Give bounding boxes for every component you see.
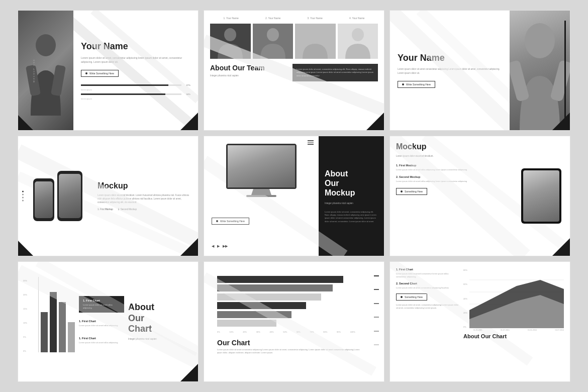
area-chart-svg — [469, 268, 564, 328]
chart-box-title: 1. First Chart — [83, 299, 120, 302]
slide-grid: MOCKUP ONE Your Name Lorem ipsum dolor s… — [18, 10, 570, 382]
bar-row-6 — [217, 320, 365, 327]
second-title: 2. Second Mockup — [396, 175, 514, 178]
bar-6 — [217, 320, 276, 327]
team-name-3: 3. Your Name — [308, 17, 323, 20]
team-photo-3 — [295, 24, 336, 59]
bar-1 — [217, 276, 343, 283]
first-title: 1. First Mockup — [396, 164, 514, 167]
mockup-text: Mockup Lorem ipsum dolor eiusmod tincidu… — [97, 181, 193, 211]
write-button[interactable]: Write Something Here — [81, 70, 119, 77]
chart-box-3: 1. First Chart Lorem ipsum dolor sit ame… — [79, 334, 124, 347]
x-axis: 0%10%20%30%40%50%60%70%80%90%100% — [217, 331, 365, 333]
monitor-screen — [226, 144, 297, 189]
svg-rect-13 — [510, 60, 530, 102]
right-column: 80%60%40%20%0% — [463, 268, 564, 375]
playback-controls: ◀ ▶ ▶▶ — [212, 244, 311, 248]
corner-decoration — [552, 113, 570, 130]
phone-2 — [57, 171, 82, 221]
bar-3 — [59, 302, 66, 352]
y-axis-labels: 80%60%40%20%0% — [463, 268, 469, 328]
something-button[interactable]: Something Here — [396, 293, 427, 301]
bar-row-4 — [217, 302, 365, 309]
mockup-desc: Lorem ipsum dolor eiusmod tincidunt. — [396, 154, 514, 158]
team-photo-2 — [253, 24, 293, 59]
about-subtitle: Integer pharetra nicsl sapien — [210, 74, 287, 78]
tablet-screen — [523, 170, 559, 222]
bar-3 — [217, 293, 321, 301]
second-chart-title: 2. Second Chart — [396, 282, 459, 285]
second-desc: Lorem ipsum dolor sit amet tallus adipis… — [396, 180, 514, 183]
svg-rect-14 — [550, 60, 570, 102]
y-axis: 25%20%15%10%5%0% — [23, 277, 34, 352]
about-left: About Our Team Integer pharetra nicsl sa… — [210, 64, 287, 81]
play-icon[interactable]: ▶ — [217, 244, 220, 248]
person-name: Your Name — [81, 41, 190, 52]
corner-decoration — [366, 113, 384, 130]
third-chart-desc: Lorem ipsum dolor sit amet tallus adipis… — [79, 341, 124, 344]
corner-decoration — [180, 364, 198, 381]
bar-row-2 — [217, 284, 365, 291]
bar-5 — [217, 311, 291, 318]
first-chart-desc: Lorem ipsum dolor eiusmod consectetur lo… — [396, 272, 459, 278]
monitor-stand — [251, 189, 271, 195]
phone-mockups — [33, 171, 93, 221]
monitor-mockup — [212, 144, 311, 197]
corner-decoration-bl — [18, 241, 33, 256]
team-name-2: 2. Your Name — [265, 17, 280, 20]
second-chart-desc: Lorem ipsum dolor sit amet consectetur a… — [396, 286, 459, 289]
team-photo-4 — [338, 24, 378, 59]
phone-1 — [33, 178, 54, 221]
slide-content: 25%20%15%10%5%0% 1. First Chart Lorem ip… — [23, 267, 193, 376]
dark-panel: AboutOurMockup Integer pharetra nicsl sa… — [319, 136, 384, 256]
monitor-base — [246, 195, 276, 197]
chart-box-1: 1. First Chart Lorem ipsum dolor sit ame… — [79, 296, 124, 312]
chart-area: 80%60%40%20%0% — [463, 268, 564, 328]
chart-title: Our Chart — [217, 339, 365, 347]
horizontal-bars: 0%10%20%30%40%50%60%70%80%90%100% Our Ch… — [210, 268, 378, 375]
slide-5: Write Something Here ◀ ▶ ▶▶ AboutOurMock… — [204, 136, 384, 256]
prog-label-2: lorem ipsum — [81, 97, 190, 100]
progress-pct-2: 84% — [183, 93, 190, 95]
person-name: Your Name — [398, 53, 502, 63]
bar-row-1 — [217, 276, 365, 283]
first-mockup-item: 1. First Mockup Lorem ipsum dolor sit am… — [396, 164, 514, 171]
mockup-desc: Lorem ipsum dolor eiusmod tincidunt. Lor… — [97, 193, 193, 205]
bar-4 — [68, 322, 75, 352]
progress-area: 87% lorem ipsum 84% lorem ipsum — [81, 84, 190, 100]
slide-6: Mockup Lorem ipsum dolor eiusmod tincidu… — [389, 136, 570, 256]
big-desc: Integer pharetra nicsl sapien — [325, 202, 378, 205]
chart-item-1: 1. First Chart Lorem ipsum dolor eiusmod… — [396, 268, 459, 289]
bar-2 — [217, 284, 333, 291]
mockup-title: Mockup — [396, 142, 514, 151]
svg-point-6 — [224, 28, 236, 41]
x-axis-labels: 01.01.201501.07.201501.01.201601.07.2016 — [463, 329, 564, 331]
area-chart-container — [469, 268, 564, 328]
bar-row-3 — [217, 293, 365, 301]
person-photo: MOCKUP ONE — [18, 11, 73, 130]
team-photos — [210, 24, 378, 59]
next-icon[interactable]: ▶▶ — [223, 244, 228, 248]
bar-chart — [38, 277, 75, 352]
chart-box-2: 1. First Chart Lorem ipsum dolor sit ame… — [79, 317, 124, 330]
monitor — [226, 144, 297, 197]
corner-decoration-bl — [18, 115, 33, 130]
bottom-desc: Lorem ipsum dolor sit amet, consectetur … — [396, 304, 459, 310]
about-section: About Our Team Integer pharetra nicsl sa… — [210, 64, 378, 81]
slide-content: Mockup Lorem ipsum dolor eiusmod tincidu… — [396, 142, 564, 250]
write-button[interactable]: Write Something Here — [398, 81, 435, 88]
tablet — [521, 168, 561, 224]
corner-decoration-br — [180, 238, 198, 256]
corner-decoration — [552, 238, 570, 256]
write-button[interactable]: Write Something Here — [212, 218, 249, 225]
team-photo-1 — [210, 24, 251, 59]
something-button[interactable]: Something Here — [396, 188, 427, 195]
svg-point-2 — [36, 34, 56, 56]
prev-icon[interactable]: ◀ — [212, 244, 214, 248]
team-names-row: 1. Your Name 2. Your Name 3. Your Name 4… — [210, 17, 378, 20]
second-chart-desc: Lorem ipsum dolor sit amet tallus adipis… — [79, 324, 124, 327]
chart-desc: Lorem ipsum dolor sit amet consectetur a… — [217, 348, 365, 354]
menu-icon[interactable] — [308, 140, 314, 145]
person-desc: Lorem ipsum dolor sit amet consectetur a… — [398, 67, 502, 74]
text-left: Mockup Lorem ipsum dolor eiusmod tincidu… — [396, 142, 514, 250]
